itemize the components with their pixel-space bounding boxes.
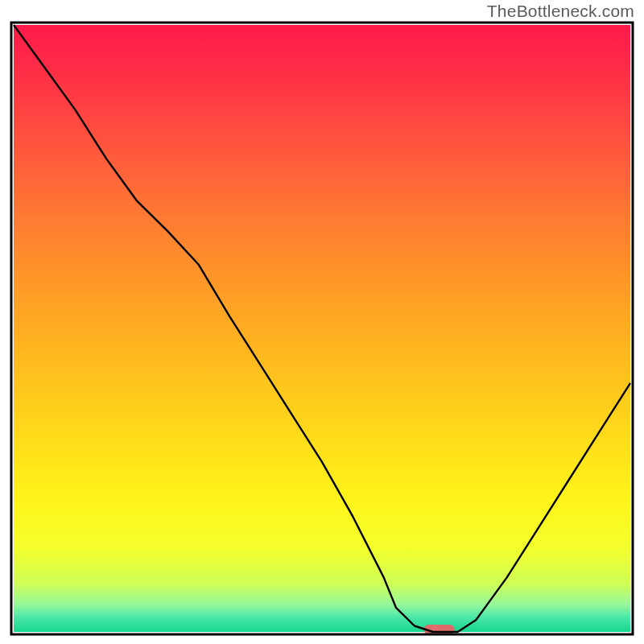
watermark-text: TheBottleneck.com <box>487 2 634 21</box>
chart-background-gradient <box>14 25 630 632</box>
bottleneck-chart <box>0 0 644 644</box>
chart-svg <box>0 0 644 644</box>
